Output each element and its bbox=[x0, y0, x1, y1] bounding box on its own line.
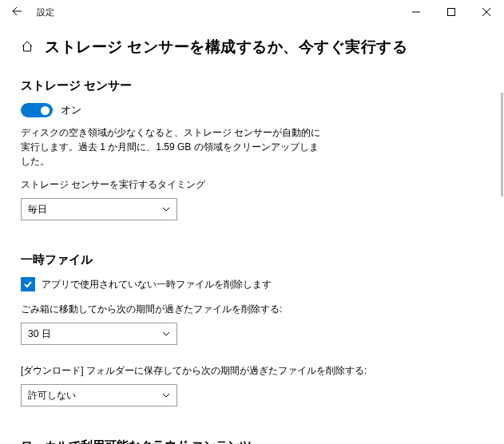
run-timing-select[interactable]: 毎日 bbox=[21, 198, 177, 220]
titlebar: 設定 bbox=[0, 0, 504, 24]
storage-sense-toggle[interactable] bbox=[21, 103, 53, 117]
page-title: ストレージ センサーを構成するか、今すぐ実行する bbox=[45, 37, 407, 57]
recycle-bin-label: ごみ箱に移動してから次の期間が過ぎたファイルを削除する: bbox=[21, 303, 483, 316]
delete-temp-checkbox-row: アプリで使用されていない一時ファイルを削除します bbox=[21, 277, 483, 291]
minimize-button[interactable] bbox=[399, 0, 434, 24]
svg-rect-0 bbox=[448, 9, 455, 16]
cloud-content-heading: ローカルで利用可能なクラウド コンテンツ bbox=[21, 438, 483, 444]
back-icon[interactable] bbox=[11, 6, 22, 19]
chevron-down-icon bbox=[162, 391, 170, 399]
storage-sense-description: ディスクの空き領域が少なくなると、ストレージ センサーが自動的に実行します。過去… bbox=[21, 125, 324, 168]
scrollbar-thumb[interactable] bbox=[501, 93, 503, 196]
chevron-down-icon bbox=[162, 330, 170, 338]
run-timing-label: ストレージ センサーを実行するタイミング bbox=[21, 178, 483, 192]
recycle-bin-select[interactable]: 30 日 bbox=[21, 323, 177, 345]
close-button[interactable] bbox=[469, 0, 504, 24]
delete-temp-checkbox[interactable] bbox=[21, 277, 35, 291]
window-title: 設定 bbox=[37, 6, 54, 18]
settings-window: 設定 ストレージ センサーを構成するか、今すぐ実行する ストレージ センサー bbox=[0, 0, 504, 444]
delete-temp-checkbox-label: アプリで使用されていない一時ファイルを削除します bbox=[42, 278, 272, 291]
window-controls bbox=[399, 0, 504, 24]
run-timing-value: 毎日 bbox=[28, 203, 47, 216]
downloads-select[interactable]: 許可しない bbox=[21, 384, 177, 406]
maximize-button[interactable] bbox=[434, 0, 469, 24]
chevron-down-icon bbox=[162, 205, 170, 213]
page-header: ストレージ センサーを構成するか、今すぐ実行する bbox=[21, 37, 483, 57]
home-icon[interactable] bbox=[21, 40, 34, 55]
storage-sense-heading: ストレージ センサー bbox=[21, 78, 483, 93]
downloads-value: 許可しない bbox=[28, 389, 76, 402]
downloads-label: [ダウンロード] フォルダーに保存してから次の期間が過ぎたファイルを削除する: bbox=[21, 364, 483, 378]
content-area: ストレージ センサーを構成するか、今すぐ実行する ストレージ センサー オン デ… bbox=[0, 24, 504, 444]
recycle-bin-value: 30 日 bbox=[28, 327, 51, 341]
temp-files-heading: 一時ファイル bbox=[21, 252, 483, 268]
storage-sense-toggle-label: オン bbox=[61, 103, 81, 117]
storage-sense-toggle-row: オン bbox=[21, 103, 483, 117]
